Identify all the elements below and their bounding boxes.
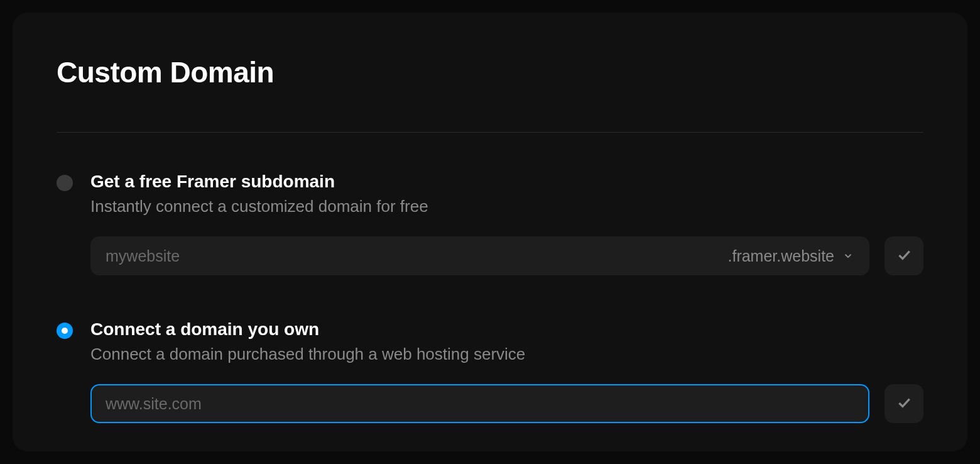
subdomain-confirm-button[interactable]: [885, 236, 923, 275]
option-subdomain-title: Get a free Framer subdomain: [90, 172, 923, 192]
own-domain-confirm-button[interactable]: [885, 384, 923, 423]
subdomain-suffix-label: .framer.website: [727, 247, 834, 265]
own-domain-input[interactable]: [106, 395, 854, 413]
subdomain-input[interactable]: [106, 247, 727, 265]
radio-own-domain[interactable]: [57, 323, 73, 339]
subdomain-suffix-dropdown[interactable]: .framer.website: [727, 247, 854, 265]
subdomain-input-row: .framer.website: [90, 236, 923, 275]
option-subdomain-desc: Instantly connect a customized domain fo…: [90, 197, 923, 216]
radio-subdomain[interactable]: [57, 175, 73, 191]
option-own-domain-desc: Connect a domain purchased through a web…: [90, 345, 923, 364]
option-own-domain-title: Connect a domain you own: [90, 319, 923, 340]
chevron-down-icon: [842, 250, 854, 262]
custom-domain-panel: Custom Domain Get a free Framer subdomai…: [13, 13, 967, 451]
own-domain-input-wrap: [90, 384, 869, 423]
divider: [57, 132, 923, 133]
option-own-domain: Connect a domain you own Connect a domai…: [57, 319, 923, 423]
check-icon: [896, 246, 912, 265]
subdomain-input-wrap: .framer.website: [90, 236, 869, 275]
page-title: Custom Domain: [57, 55, 923, 89]
option-subdomain-content: Get a free Framer subdomain Instantly co…: [90, 172, 923, 275]
option-own-domain-content: Connect a domain you own Connect a domai…: [90, 319, 923, 423]
check-icon: [896, 394, 912, 413]
option-subdomain: Get a free Framer subdomain Instantly co…: [57, 172, 923, 275]
own-domain-input-row: [90, 384, 923, 423]
